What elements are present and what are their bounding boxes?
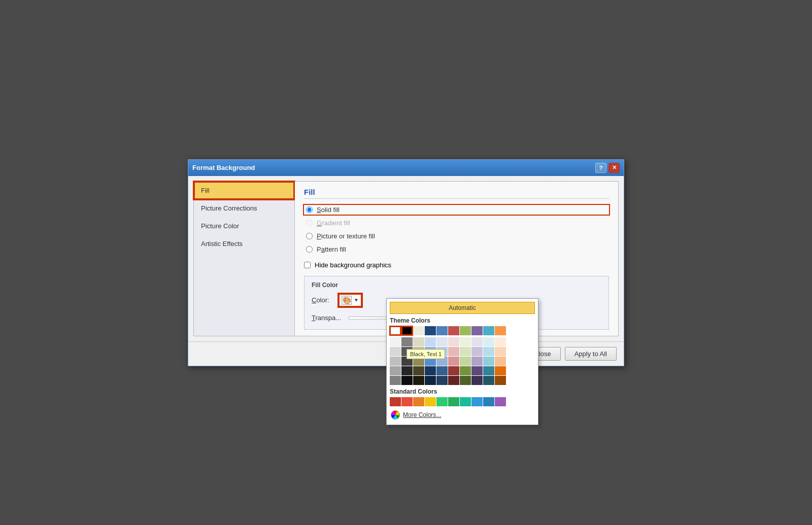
- shade-5-1[interactable]: [390, 376, 401, 385]
- gradient-fill-option[interactable]: Gradient fill: [304, 218, 609, 228]
- automatic-label: Automatic: [449, 304, 476, 311]
- shade-2-6[interactable]: [448, 347, 459, 356]
- color-swatch-light-tan[interactable]: [413, 326, 424, 335]
- std-color-8[interactable]: [471, 397, 483, 406]
- shade-2-9[interactable]: [483, 347, 494, 356]
- shade-5-10[interactable]: [495, 376, 506, 385]
- shade-2-8[interactable]: [471, 347, 483, 356]
- color-swatch-green[interactable]: [460, 326, 471, 335]
- shade-1-7[interactable]: [460, 337, 471, 346]
- shade-4-4[interactable]: [425, 366, 436, 375]
- shade-5-4[interactable]: [425, 376, 436, 385]
- sidebar: Fill Picture Corrections Picture Color A…: [193, 181, 295, 336]
- sidebar-item-fill[interactable]: Fill: [194, 182, 294, 199]
- title-bar-buttons: ? ✕: [595, 163, 620, 173]
- shade-4-8[interactable]: [471, 366, 483, 375]
- shade-3-1[interactable]: [390, 357, 401, 366]
- shade-5-6[interactable]: [448, 376, 459, 385]
- shade-4-10[interactable]: [495, 366, 506, 375]
- shade-4-6[interactable]: [448, 366, 459, 375]
- pattern-fill-option[interactable]: Pattern fill: [304, 244, 609, 254]
- shade-3-6[interactable]: [448, 357, 459, 366]
- shade-4-3[interactable]: [413, 366, 424, 375]
- shade-4-1[interactable]: [390, 366, 401, 375]
- gradient-fill-radio[interactable]: [306, 220, 313, 226]
- apply-to-all-button[interactable]: Apply to All: [565, 347, 617, 361]
- sidebar-picture-corrections-label: Picture Corrections: [201, 204, 257, 212]
- shade-1-3[interactable]: [413, 337, 424, 346]
- pattern-fill-radio[interactable]: [306, 246, 313, 253]
- shade-2-7[interactable]: [460, 347, 471, 356]
- close-button[interactable]: ✕: [608, 163, 620, 173]
- sidebar-fill-label: Fill: [201, 187, 210, 194]
- color-swatch-white[interactable]: [390, 326, 401, 335]
- std-color-3[interactable]: [413, 397, 424, 406]
- std-color-7[interactable]: [460, 397, 471, 406]
- shade-4-5[interactable]: [436, 366, 448, 375]
- color-picker-popup: Automatic Theme Colors: [386, 298, 538, 425]
- help-button[interactable]: ?: [595, 163, 606, 173]
- std-color-9[interactable]: [483, 397, 494, 406]
- dropdown-arrow-icon: ▼: [354, 297, 359, 303]
- solid-fill-option[interactable]: Solid fill: [304, 205, 609, 215]
- shade-4-9[interactable]: [483, 366, 494, 375]
- sidebar-item-artistic-effects[interactable]: Artistic Effects: [194, 235, 294, 253]
- shade-2-10[interactable]: [495, 347, 506, 356]
- shade-1-4[interactable]: [425, 337, 436, 346]
- shade-5-5[interactable]: [436, 376, 448, 385]
- std-color-6[interactable]: [448, 397, 459, 406]
- transparency-label: Transpa...: [312, 314, 345, 322]
- shade-5-9[interactable]: [483, 376, 494, 385]
- fill-color-title: Fill Color: [312, 282, 601, 289]
- shade-5-2[interactable]: [401, 376, 413, 385]
- theme-colors-row1: [390, 326, 535, 335]
- std-color-2[interactable]: [401, 397, 413, 406]
- shade-2-1[interactable]: [390, 347, 401, 356]
- shade-4-2[interactable]: [401, 366, 413, 375]
- shade-1-6[interactable]: [448, 337, 459, 346]
- shade-1-2[interactable]: [401, 337, 413, 346]
- shade-4-7[interactable]: [460, 366, 471, 375]
- hide-background-label: Hide background graphics: [315, 261, 391, 269]
- color-dropdown-button[interactable]: 🎨 ▼: [339, 294, 362, 307]
- shade-1-5[interactable]: [436, 337, 448, 346]
- shade-3-7[interactable]: [460, 357, 471, 366]
- solid-fill-label: Solid fill: [317, 206, 340, 214]
- picture-fill-option[interactable]: Picture or texture fill: [304, 231, 609, 241]
- color-swatch-medium-blue[interactable]: [436, 326, 448, 335]
- color-swatch-purple[interactable]: [471, 326, 483, 335]
- solid-fill-radio[interactable]: [306, 206, 313, 213]
- sidebar-item-picture-color[interactable]: Picture Color: [194, 217, 294, 235]
- shade-5-7[interactable]: [460, 376, 471, 385]
- shade-3-10[interactable]: [495, 357, 506, 366]
- shade-1-1[interactable]: [390, 337, 401, 346]
- std-color-10[interactable]: [495, 397, 506, 406]
- shade-3-9[interactable]: [483, 357, 494, 366]
- std-color-4[interactable]: [425, 397, 436, 406]
- shade-1-8[interactable]: [471, 337, 483, 346]
- shade-1-9[interactable]: [483, 337, 494, 346]
- shade-1-10[interactable]: [495, 337, 506, 346]
- fill-options: Solid fill Gradient fill Picture or text…: [304, 205, 609, 254]
- shade-5-3[interactable]: [413, 376, 424, 385]
- main-panel: Fill Solid fill Gradient fill Picture or…: [295, 181, 619, 336]
- automatic-option[interactable]: Automatic: [390, 302, 535, 314]
- color-swatch-black[interactable]: [401, 326, 413, 335]
- tooltip-text: Black, Text 1: [410, 351, 442, 357]
- color-swatch-red[interactable]: [448, 326, 459, 335]
- shade-3-8[interactable]: [471, 357, 483, 366]
- color-swatch-orange[interactable]: [495, 326, 506, 335]
- sidebar-item-picture-corrections[interactable]: Picture Corrections: [194, 199, 294, 217]
- std-color-1[interactable]: [390, 397, 401, 406]
- more-colors-option[interactable]: More Colors...: [390, 408, 535, 422]
- picture-fill-radio[interactable]: [306, 233, 313, 239]
- more-colors-label: More Colors...: [403, 411, 441, 418]
- fill-section-title: Fill: [304, 188, 609, 199]
- shade-5-8[interactable]: [471, 376, 483, 385]
- hide-background-checkbox[interactable]: [304, 262, 311, 268]
- color-swatch-teal[interactable]: [483, 326, 494, 335]
- std-color-5[interactable]: [436, 397, 448, 406]
- color-swatch-dark-blue[interactable]: [425, 326, 436, 335]
- theme-shades: [390, 337, 535, 385]
- hide-background-option[interactable]: Hide background graphics: [304, 261, 609, 269]
